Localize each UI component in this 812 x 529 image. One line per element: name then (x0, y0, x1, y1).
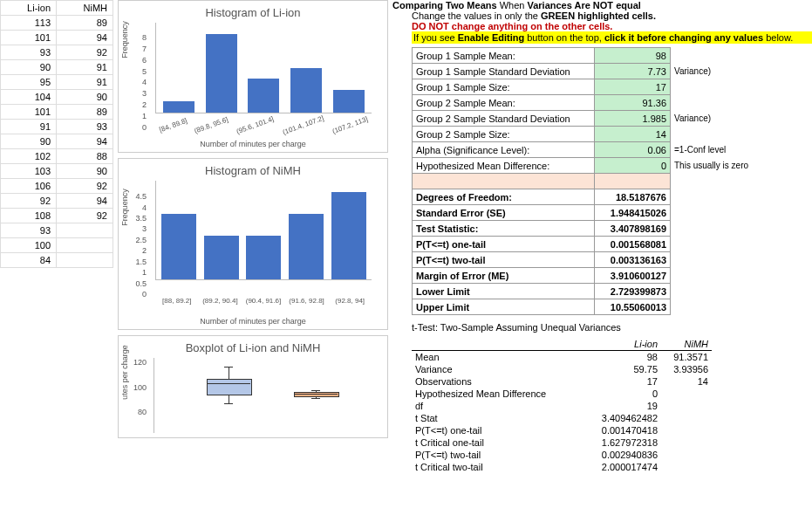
cell[interactable]: 84 (1, 253, 57, 268)
bar (161, 214, 196, 279)
ttest-val: 91.3571 (661, 351, 712, 364)
ttest-label: P(T<=t) two-tail (412, 449, 584, 461)
cell[interactable] (57, 253, 113, 268)
cell[interactable]: 88 (57, 149, 113, 164)
bar (206, 34, 237, 113)
cell[interactable]: 91 (57, 75, 113, 90)
ttest-val: 0.001470418 (584, 424, 661, 436)
input-value[interactable]: 7.73 (595, 64, 671, 79)
histogram-nimh[interactable]: Histogram of NiMH Frequency 00.511.522.5… (118, 158, 388, 330)
ttest-val (661, 400, 712, 412)
ttest-val: 17 (584, 375, 661, 388)
input-note (671, 48, 783, 64)
cell[interactable]: 93 (57, 120, 113, 134)
input-value[interactable]: 14 (595, 127, 671, 142)
cell[interactable]: 92 (57, 209, 113, 223)
ttest-label: t Critical one-tail (412, 436, 584, 449)
x-tick-label: [88, 89.2] (159, 297, 195, 305)
ttest-val: 98 (584, 351, 661, 364)
cell[interactable] (57, 238, 113, 253)
ttest-val: 3.409462482 (584, 412, 661, 424)
cell[interactable]: 106 (1, 179, 57, 194)
cell[interactable]: 89 (57, 16, 113, 31)
x-tick-label: (92.8, 94] (331, 297, 368, 305)
cell[interactable]: 91 (1, 120, 57, 134)
input-note: Variance) (671, 64, 783, 79)
ttest-val: 3.93956 (661, 363, 712, 375)
cell[interactable]: 92 (1, 194, 57, 209)
cell[interactable]: 102 (1, 149, 57, 164)
ttest-val: 59.75 (584, 363, 661, 375)
ttest-val: 0.002940836 (584, 449, 661, 461)
input-label: Group 2 Sample Size: (413, 127, 595, 142)
bar (331, 192, 366, 279)
x-tick-label: (89.2, 90.4] (201, 297, 238, 305)
output-value: 1.948415026 (595, 205, 671, 221)
cell[interactable]: 94 (57, 194, 113, 209)
output-value: 0.003136163 (595, 252, 671, 268)
ttest-table: Li-ionNiMH Mean9891.3571Variance59.753.9… (412, 338, 712, 473)
output-label: Standard Error (SE) (413, 205, 595, 221)
ttest-val: 14 (661, 375, 712, 388)
cell[interactable]: 101 (1, 105, 57, 120)
ttest-val (661, 449, 712, 461)
histogram-liion[interactable]: Histogram of Li-ion Frequency 012345678 … (118, 0, 388, 153)
chart-title: Boxplot of Li-ion and NiMH (126, 341, 380, 354)
ttest-val (661, 461, 712, 473)
input-value[interactable]: 17 (595, 79, 671, 95)
cell[interactable]: 113 (1, 16, 57, 31)
cell[interactable]: 90 (57, 90, 113, 105)
cell[interactable]: 90 (57, 164, 113, 179)
bar (289, 214, 324, 279)
boxplot[interactable]: Boxplot of Li-ion and NiMH utes per char… (118, 335, 388, 438)
cell[interactable]: 89 (57, 105, 113, 120)
col-header-b[interactable]: NiMH (57, 1, 113, 16)
input-note: This usually is zero (671, 158, 783, 174)
cell[interactable]: 92 (57, 179, 113, 194)
cell[interactable]: 90 (1, 134, 57, 149)
cell[interactable]: 101 (1, 31, 57, 45)
cell[interactable]: 103 (1, 164, 57, 179)
panel-title: Comparing Two Means When Variances Are N… (392, 0, 812, 10)
x-tick-label: (95.6, 101.4] (235, 115, 275, 136)
bar (248, 79, 279, 113)
input-label: Alpha (Significance Level): (413, 142, 595, 158)
cell[interactable]: 95 (1, 75, 57, 90)
input-value[interactable]: 0 (595, 158, 671, 174)
input-value[interactable]: 0.06 (595, 142, 671, 158)
cell[interactable]: 93 (1, 223, 57, 238)
bar (204, 236, 239, 279)
enable-editing-notice: If you see Enable Editing button on the … (412, 31, 812, 44)
output-label: Lower Limit (413, 284, 595, 299)
cell[interactable]: 90 (1, 60, 57, 75)
y-axis-label: Frequency (120, 189, 129, 226)
output-label: P(T<=t) two-tail (413, 252, 595, 268)
col-header-a[interactable]: Li-ion (1, 1, 57, 16)
cell[interactable]: 108 (1, 209, 57, 223)
output-label: Upper Limit (413, 299, 595, 315)
input-label: Group 2 Sample Mean: (413, 95, 595, 111)
cell[interactable] (57, 223, 113, 238)
cell[interactable]: 94 (57, 134, 113, 149)
output-value: 0.001568081 (595, 237, 671, 252)
input-label: Group 1 Sample Mean: (413, 48, 595, 64)
cell[interactable]: 104 (1, 90, 57, 105)
input-note (671, 79, 783, 95)
cell[interactable]: 94 (57, 31, 113, 45)
cell[interactable]: 91 (57, 60, 113, 75)
analysis-panel: Comparing Two Means When Variances Are N… (392, 0, 812, 473)
input-value[interactable]: 98 (595, 48, 671, 64)
cell[interactable]: 93 (1, 45, 57, 60)
x-tick-label: (101.4, 107.2] (282, 114, 324, 136)
cell[interactable]: 100 (1, 238, 57, 253)
input-value[interactable]: 1.985 (595, 111, 671, 127)
y-axis-label: Frequency (120, 21, 129, 58)
x-tick-label: (90.4, 91.6] (245, 297, 282, 305)
input-value[interactable]: 91.36 (595, 95, 671, 111)
cell[interactable]: 92 (57, 45, 113, 60)
data-table[interactable]: Li-ionNiMH 11389101949392909195911049010… (0, 0, 113, 268)
warning-line: DO NOT change anything on the other cell… (392, 21, 812, 31)
ttest-val (661, 412, 712, 424)
output-value: 3.910600127 (595, 268, 671, 284)
x-axis-label: Number of minutes per charge (126, 317, 380, 326)
